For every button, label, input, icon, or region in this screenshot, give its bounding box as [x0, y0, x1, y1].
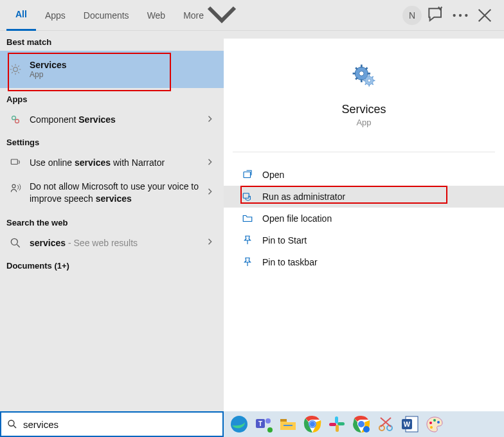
result-label: Component Services [30, 114, 203, 125]
svg-rect-14 [243, 193, 249, 199]
svg-point-15 [8, 420, 14, 426]
action-pin-to-taskbar[interactable]: Pin to taskbar [224, 251, 504, 273]
admin-icon [242, 191, 253, 202]
search-icon [6, 418, 18, 430]
svg-rect-28 [338, 422, 345, 425]
taskbar-chrome-beta-icon[interactable] [351, 414, 372, 434]
action-open[interactable]: Open [224, 164, 504, 186]
search-box[interactable] [0, 411, 224, 437]
result-label: Do not allow Microsoft to use your voice… [30, 181, 203, 205]
svg-text:W: W [404, 420, 411, 428]
chevron-right-icon [203, 187, 217, 198]
chevron-right-icon [203, 114, 217, 125]
svg-point-41 [437, 421, 440, 424]
svg-point-1 [459, 13, 462, 16]
svg-point-2 [465, 13, 467, 16]
close-button[interactable] [474, 5, 495, 26]
narrator-icon [9, 156, 22, 169]
tab-all[interactable]: All [6, 0, 36, 31]
svg-point-4 [12, 116, 16, 120]
svg-point-5 [15, 120, 19, 123]
filter-tabs: All Apps Documents Web More [0, 0, 402, 31]
action-open-file-location[interactable]: Open file location [224, 208, 504, 229]
best-match-result[interactable]: Services App [0, 51, 224, 88]
result-label: services - See web results [30, 238, 203, 248]
action-pin-to-start[interactable]: Pin to Start [224, 229, 504, 251]
divider [233, 152, 495, 152]
taskbar-paint-icon[interactable] [424, 414, 445, 434]
result-label: Use online services with Narrator [30, 157, 203, 168]
setting-result-speech[interactable]: Do not allow Microsoft to use your voice… [0, 174, 224, 211]
section-documents: Documents (1+) [0, 254, 224, 274]
tab-apps[interactable]: Apps [36, 0, 75, 31]
preview-panel: Services App Open Run as administrator O… [224, 39, 504, 411]
svg-rect-30 [329, 423, 336, 426]
section-web: Search the web [0, 211, 224, 231]
svg-point-42 [430, 426, 433, 429]
tab-more[interactable]: More [174, 0, 246, 31]
svg-rect-22 [284, 425, 292, 426]
action-label: Pin to Start [262, 235, 307, 245]
section-best-match: Best match [0, 31, 224, 51]
tab-more-label: More [183, 0, 204, 31]
svg-point-16 [231, 416, 248, 433]
taskbar-chrome-icon[interactable] [302, 414, 323, 434]
app-result-component-services[interactable]: Component Services [0, 108, 224, 131]
web-result-services[interactable]: services - See web results [0, 231, 224, 254]
svg-rect-6 [11, 159, 17, 165]
chevron-right-icon [203, 237, 217, 248]
svg-rect-27 [335, 416, 338, 424]
tab-documents[interactable]: Documents [75, 0, 138, 31]
feedback-icon[interactable] [426, 5, 446, 26]
open-icon [242, 169, 253, 181]
svg-point-3 [14, 67, 18, 72]
svg-point-7 [12, 184, 15, 188]
action-run-as-admin[interactable]: Run as administrator [224, 186, 504, 208]
gear-icon [350, 62, 378, 90]
preview-title: Services [230, 103, 498, 116]
taskbar-slack-icon[interactable] [327, 414, 347, 434]
top-right-controls: N [402, 5, 504, 26]
svg-point-8 [11, 238, 17, 245]
svg-rect-21 [280, 419, 287, 422]
taskbar-word-icon[interactable]: W [400, 414, 420, 434]
preview-subtitle: App [230, 118, 498, 127]
taskbar-explorer-icon[interactable] [278, 414, 298, 434]
tab-web[interactable]: Web [138, 0, 175, 31]
svg-point-33 [363, 426, 370, 433]
best-match-title: Services [30, 60, 217, 70]
svg-point-32 [358, 421, 364, 427]
more-options-icon[interactable] [450, 5, 471, 26]
gear-icon [9, 63, 22, 76]
taskbar: T W [224, 411, 504, 437]
taskbar-teams-icon[interactable]: T [253, 414, 274, 434]
action-label: Run as administrator [262, 192, 345, 202]
pin-icon [242, 235, 253, 246]
speech-icon [9, 182, 22, 195]
svg-point-26 [310, 422, 315, 427]
svg-point-39 [429, 422, 432, 424]
svg-rect-13 [244, 172, 251, 178]
svg-point-10 [359, 71, 364, 76]
action-label: Pin to taskbar [262, 257, 318, 267]
chevron-right-icon [203, 157, 217, 168]
search-input[interactable] [23, 419, 217, 430]
svg-rect-29 [336, 425, 339, 432]
action-list: Open Run as administrator Open file loca… [224, 164, 504, 273]
results-panel: Best match Services App Apps Component S… [0, 31, 224, 411]
component-icon [9, 113, 22, 126]
best-match-subtitle: App [30, 70, 217, 79]
svg-point-40 [433, 419, 436, 422]
user-avatar[interactable]: N [402, 6, 422, 25]
action-label: Open [262, 170, 284, 180]
taskbar-edge-icon[interactable] [229, 414, 249, 434]
svg-point-0 [453, 13, 456, 16]
svg-point-19 [266, 418, 271, 424]
setting-result-narrator[interactable]: Use online services with Narrator [0, 151, 224, 174]
taskbar-snip-icon[interactable] [375, 414, 396, 434]
chevron-down-icon [206, 0, 237, 31]
action-label: Open file location [262, 213, 332, 224]
section-apps: Apps [0, 88, 224, 108]
section-settings: Settings [0, 131, 224, 151]
top-bar: All Apps Documents Web More N [0, 0, 504, 31]
